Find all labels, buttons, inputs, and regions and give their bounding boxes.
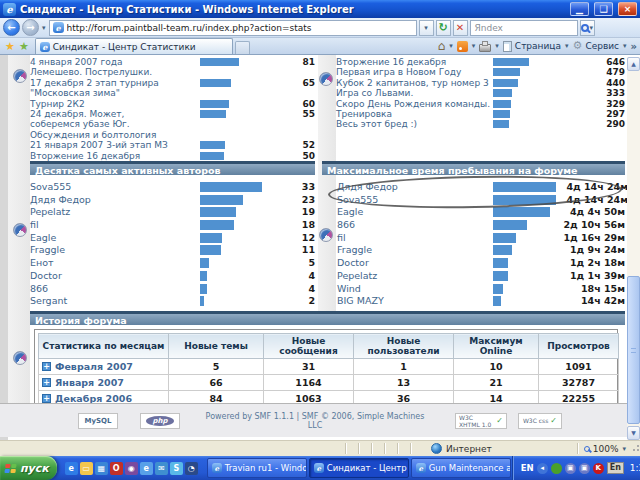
add-favorite-icon[interactable]: ★	[17, 40, 31, 54]
search-button[interactable]: ▾	[580, 20, 596, 36]
scrollbar-thumb[interactable]	[627, 276, 640, 424]
chart-row-label[interactable]: Sova555	[337, 194, 493, 207]
search-input[interactable]: Яndex	[470, 20, 578, 36]
chart-row-label[interactable]: Дядя Федор	[337, 181, 493, 194]
chart-row-label[interactable]: Турнир 2К2	[30, 99, 200, 109]
language-indicator[interactable]: EN	[521, 463, 534, 473]
stop-button[interactable]: ✕	[453, 20, 468, 36]
media-player-icon[interactable]: ◉	[125, 462, 138, 475]
taskbar-task-button[interactable]: eСиндикат - Центр С...	[309, 458, 409, 478]
rss-icon[interactable]	[457, 41, 468, 52]
history-dropdown-icon[interactable]: ▾	[41, 24, 47, 32]
home-icon[interactable]: ⌂	[438, 40, 446, 52]
ie-icon[interactable]: e	[65, 462, 78, 475]
scroll-up-button[interactable]: ▲	[627, 57, 640, 71]
chart-bar-track	[200, 206, 285, 217]
chart-row-label[interactable]: BIG MAZY	[337, 295, 493, 308]
green-globe-icon[interactable]	[551, 463, 562, 474]
chart-bar-track	[493, 232, 553, 243]
back-button[interactable]: ←	[3, 19, 20, 36]
expand-plus-icon[interactable]: +	[42, 362, 51, 371]
zoom-level[interactable]: 100%	[593, 444, 619, 454]
chart-row-label[interactable]: Pepelatz	[30, 206, 200, 219]
mail-icon[interactable]: ✉	[155, 462, 168, 475]
app-icon[interactable]: ◔	[185, 462, 198, 475]
chart-row-label[interactable]: Тренировка	[336, 109, 493, 119]
tab-active[interactable]: e Синдикат - Центр Статистики	[35, 38, 233, 54]
chart-row-label[interactable]: Енот	[30, 257, 200, 270]
chart-row-label[interactable]: Eagle	[337, 206, 493, 219]
chart-bar	[493, 110, 510, 118]
chart-row-label[interactable]: Вторжение 16 декабря	[30, 151, 200, 161]
mysql-badge[interactable]: MySQL	[78, 413, 118, 429]
network-computers-icon[interactable]: ▣	[579, 463, 590, 474]
history-month-link[interactable]: Января 2007	[55, 377, 124, 388]
chart-row-label[interactable]: Дядя Федор	[30, 194, 200, 207]
refresh-button[interactable]: ↻	[436, 20, 451, 36]
chart-row-label[interactable]: 24 декабря. Может, соберемся убазе Юг. О…	[30, 109, 200, 140]
address-url[interactable]: http://forum.paintball-team.ru/index.php…	[67, 23, 413, 33]
expand-plus-icon[interactable]: +	[42, 378, 51, 387]
network-computers-icon[interactable]: ▣	[565, 463, 576, 474]
chart-row-label[interactable]: Первая игра в Новом Году	[336, 67, 493, 77]
chart-row-label[interactable]: Игра со Львами.	[336, 88, 493, 98]
chart-row-label[interactable]: fil	[30, 219, 200, 232]
chart-row-label[interactable]: 21 января 2007 3-ий этап МЗ	[30, 140, 200, 150]
chart-bar	[200, 271, 207, 281]
language-indicator-alt[interactable]: En	[607, 462, 624, 474]
address-bar[interactable]: e http://forum.paintball-team.ru/index.p…	[49, 20, 417, 36]
chart-row-label[interactable]: 866	[337, 219, 493, 232]
chart-row-label[interactable]: Fraggle	[30, 244, 200, 257]
zoom-dropdown-icon[interactable]: ▾	[621, 445, 627, 453]
scroll-down-button[interactable]: ▼	[627, 426, 640, 440]
php-badge[interactable]: php	[140, 413, 180, 429]
close-button[interactable]: ×	[618, 2, 637, 16]
chart-row-label[interactable]: 4 января 2007 года Лемешево. Пострелушки…	[30, 57, 200, 78]
skype-icon[interactable]: S	[170, 462, 183, 475]
taskbar-task-button[interactable]: eTravian ru1 - Window...	[207, 458, 307, 478]
chart-row-label[interactable]: Скоро День Рождения команды.	[336, 99, 493, 109]
ie-logo-icon: e	[3, 3, 16, 16]
page-footer: MySQL php Powered by SMF 1.1.1 | SMF © 2…	[0, 403, 627, 437]
w3c-css-badge[interactable]: W3C css✓	[518, 413, 562, 429]
page-menu-label[interactable]: Страница	[515, 41, 561, 51]
chart-row-label[interactable]: Pepelatz	[337, 270, 493, 283]
folder-icon[interactable]: ▭	[80, 462, 93, 475]
ie-doc-icon[interactable]: e	[140, 462, 153, 475]
restore-button[interactable]: ❑	[594, 2, 613, 16]
kaspersky-icon[interactable]: K	[593, 463, 604, 474]
chart-row-label[interactable]: Doctor	[30, 270, 200, 283]
opera-icon[interactable]: O	[110, 462, 123, 475]
chart-row-label[interactable]: Wind	[337, 283, 493, 296]
new-tab-button[interactable]	[235, 41, 250, 54]
vertical-scrollbar[interactable]: ▲ ▼	[627, 57, 640, 440]
chart-row-label[interactable]: fil	[337, 232, 493, 245]
chart-row-label[interactable]: Fraggle	[337, 244, 493, 257]
chart-row-label[interactable]: Doctor	[337, 257, 493, 270]
chart-row-label[interactable]: Вторжение 16 декабря	[336, 57, 493, 67]
zoom-control[interactable]: 100% ▾	[577, 443, 631, 454]
chart-row-label[interactable]: Кубок 2 капитанов, тур номер 3	[336, 78, 493, 88]
tools-menu-label[interactable]: Сервис	[585, 41, 619, 51]
chart-row-label[interactable]: Sergant	[30, 295, 200, 308]
history-month-link[interactable]: Февраля 2007	[55, 361, 133, 372]
favorites-center-icon[interactable]: ★	[3, 40, 17, 54]
w3c-xhtml-badge[interactable]: W3C XHTML 1.0✓	[455, 413, 507, 429]
print-icon[interactable]	[479, 44, 491, 52]
forward-button[interactable]: →	[22, 19, 39, 36]
tools-gear-icon[interactable]: ⚙	[573, 40, 583, 52]
chart-row-label[interactable]: Весь этот бред :)	[336, 119, 493, 129]
chart-row-label[interactable]: 17 декабря 2 этап турнира "Московская зи…	[30, 78, 200, 99]
language-collapse-icon[interactable]: ◂	[537, 463, 548, 474]
taskbar-task-button[interactable]: eGun Maintenance at ...	[411, 458, 511, 478]
toolbar-overflow-button[interactable]: »	[631, 41, 637, 52]
chart-row-label[interactable]: 866	[30, 283, 200, 296]
expand-plus-icon[interactable]: +	[42, 394, 51, 403]
page-menu-icon[interactable]	[503, 41, 512, 52]
minimize-button[interactable]: ▁	[570, 2, 589, 16]
address-dropdown-button[interactable]: ▾	[419, 20, 434, 36]
show-desktop-icon[interactable]: ▦	[95, 462, 108, 475]
chart-row-label[interactable]: Sova555	[30, 181, 200, 194]
start-button[interactable]: пуск	[0, 456, 57, 480]
chart-row-label[interactable]: Eagle	[30, 232, 200, 245]
